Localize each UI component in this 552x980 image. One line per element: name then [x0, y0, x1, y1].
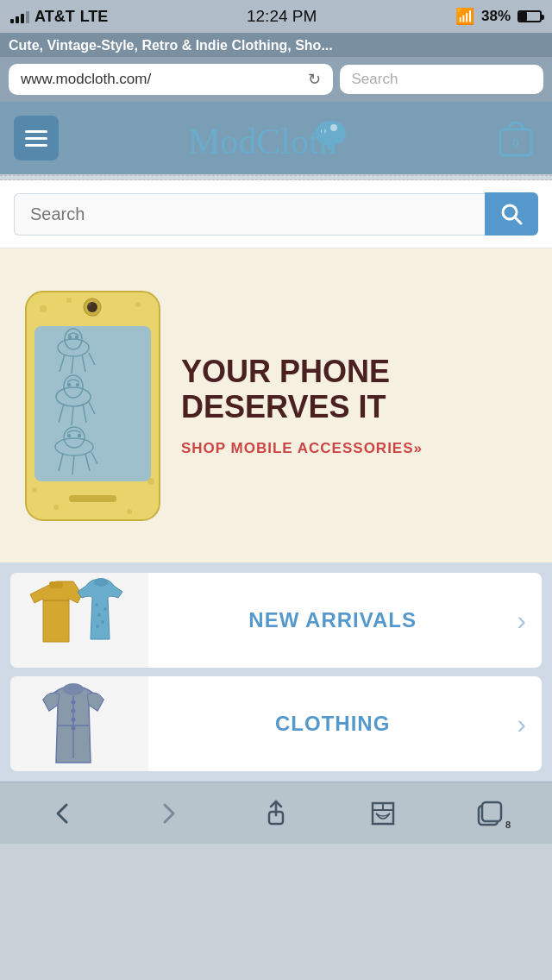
hero-text: YOUR PHONE DESERVES IT SHOP MOBILE ACCES…	[172, 345, 543, 467]
svg-point-57	[101, 620, 104, 624]
svg-point-63	[71, 718, 75, 722]
svg-point-61	[71, 700, 75, 705]
svg-text:0: 0	[512, 136, 519, 150]
site-header: ModCloth 0	[0, 102, 552, 175]
url-field[interactable]: www.modcloth.com/ ↻	[9, 64, 333, 95]
bookmarks-button[interactable]	[357, 792, 409, 835]
browser-search-field[interactable]: Search	[340, 65, 544, 94]
svg-point-17	[32, 487, 37, 493]
browser-bottom-bar: 8	[0, 782, 552, 844]
new-arrivals-image	[13, 577, 147, 668]
svg-point-31	[69, 336, 72, 339]
svg-rect-49	[69, 495, 116, 502]
share-icon	[262, 800, 290, 827]
bluetooth-icon: 📶	[455, 7, 474, 26]
svg-point-24	[88, 303, 91, 306]
svg-point-53	[94, 578, 108, 587]
svg-point-59	[63, 683, 84, 695]
svg-marker-50	[30, 581, 82, 642]
time-label: 12:24 PM	[247, 7, 317, 26]
site-wrapper: ModCloth 0	[0, 102, 552, 782]
forward-icon	[156, 801, 182, 826]
svg-point-55	[104, 607, 107, 611]
status-left: AT&T LTE	[10, 8, 108, 26]
new-arrivals-label: NEW ARRIVALS	[148, 608, 517, 632]
battery-label: 38%	[481, 8, 511, 25]
hero-headline: YOUR PHONE DESERVES IT	[181, 354, 526, 425]
svg-point-12	[66, 298, 72, 303]
clothing-label: CLOTHING	[148, 712, 517, 736]
logo-area[interactable]: ModCloth	[181, 112, 371, 164]
new-arrivals-chevron: ›	[517, 605, 542, 637]
new-arrivals-thumb	[10, 573, 148, 668]
svg-point-40	[77, 384, 79, 386]
carrier-label: AT&T	[34, 8, 75, 26]
status-right: 📶 38%	[455, 7, 542, 26]
page-title: Cute, Vintage-Style, Retro & Indie Cloth…	[9, 38, 333, 53]
phone-case-image	[0, 266, 172, 545]
cart-button[interactable]: 0	[493, 116, 538, 160]
phone-case-svg	[17, 283, 172, 533]
category-item-new-arrivals[interactable]: NEW ARRIVALS ›	[10, 573, 542, 668]
hamburger-line	[25, 130, 47, 133]
battery-icon	[518, 10, 542, 22]
category-list: NEW ARRIVALS ›	[0, 562, 552, 782]
site-search-bar	[0, 180, 552, 248]
svg-point-19	[53, 505, 59, 510]
network-label: LTE	[80, 8, 109, 26]
clothing-thumb	[10, 676, 148, 771]
svg-point-58	[96, 625, 99, 628]
svg-line-9	[515, 217, 521, 223]
hero-cta[interactable]: SHOP MOBILE ACCESSORIES»	[181, 440, 526, 457]
clothing-image	[13, 681, 147, 771]
svg-point-32	[76, 336, 78, 339]
hamburger-line	[25, 144, 47, 147]
svg-point-56	[97, 613, 101, 617]
browser-url-bar: www.modcloth.com/ ↻ Search	[0, 57, 552, 102]
svg-point-62	[71, 709, 75, 713]
site-search-button[interactable]	[485, 192, 538, 236]
tab-count-label: 8	[505, 820, 511, 830]
svg-rect-70	[482, 802, 501, 821]
search-icon	[500, 203, 523, 225]
share-button[interactable]	[250, 792, 302, 835]
category-item-clothing[interactable]: CLOTHING ›	[10, 676, 542, 771]
svg-text:ModCloth: ModCloth	[188, 122, 337, 161]
signal-bars-icon	[10, 9, 29, 23]
clothing-chevron: ›	[517, 708, 542, 740]
cart-icon: 0	[493, 116, 538, 160]
tabs-icon	[475, 799, 505, 828]
back-button[interactable]	[36, 792, 88, 835]
svg-point-20	[127, 509, 132, 514]
hero-banner[interactable]: YOUR PHONE DESERVES IT SHOP MOBILE ACCES…	[0, 248, 552, 562]
back-icon	[49, 801, 75, 826]
refresh-icon[interactable]: ↻	[308, 70, 321, 89]
hamburger-button[interactable]	[14, 116, 59, 160]
svg-point-14	[135, 302, 141, 307]
svg-point-39	[68, 384, 71, 386]
bookmarks-icon	[369, 800, 397, 827]
status-bar: AT&T LTE 12:24 PM 📶 38%	[0, 0, 552, 33]
hamburger-line	[25, 137, 47, 140]
svg-point-48	[78, 435, 81, 437]
svg-point-47	[68, 435, 71, 437]
site-search-input[interactable]	[14, 193, 485, 236]
svg-point-11	[40, 305, 47, 312]
browser-search-placeholder: Search	[352, 71, 398, 88]
tabs-button[interactable]: 8	[464, 792, 516, 835]
site-logo: ModCloth	[181, 112, 371, 164]
forward-button[interactable]	[143, 792, 195, 835]
url-text: www.modcloth.com/	[21, 71, 151, 88]
svg-rect-21	[34, 326, 151, 481]
svg-point-64	[71, 726, 75, 731]
browser-title-bar: Cute, Vintage-Style, Retro & Indie Cloth…	[0, 33, 552, 57]
svg-point-54	[95, 603, 98, 606]
